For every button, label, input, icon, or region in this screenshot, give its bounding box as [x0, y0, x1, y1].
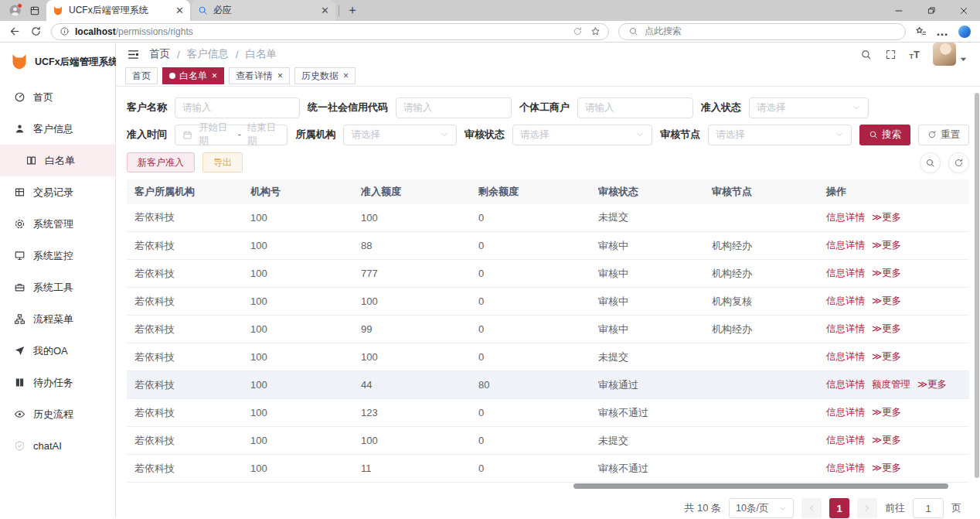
- fullscreen-icon[interactable]: [885, 49, 897, 60]
- address-bar[interactable]: localhost/permissions/rights: [51, 23, 609, 40]
- restore-button[interactable]: [915, 0, 948, 21]
- action-link[interactable]: 信息详情: [826, 268, 865, 278]
- action-link[interactable]: 额度管理: [872, 379, 910, 390]
- action-link[interactable]: 信息详情: [826, 435, 865, 446]
- goto-page-input[interactable]: [913, 498, 944, 518]
- reset-button[interactable]: 重置: [918, 125, 969, 145]
- sidebar-item-system-admin[interactable]: 系统管理: [0, 208, 115, 240]
- action-link[interactable]: ≫更多: [872, 435, 901, 446]
- action-link[interactable]: ≫更多: [872, 240, 901, 251]
- action-link[interactable]: ≫更多: [872, 212, 901, 223]
- action-link[interactable]: 信息详情: [826, 240, 865, 251]
- action-link[interactable]: ≫更多: [872, 463, 901, 473]
- app-logo[interactable]: UCFx后端管理系统: [0, 43, 115, 81]
- close-icon[interactable]: ×: [212, 70, 217, 81]
- close-button[interactable]: [948, 0, 980, 21]
- copilot-icon[interactable]: [958, 26, 971, 38]
- new-customer-button[interactable]: 新客户准入: [127, 152, 195, 172]
- sidebar-item-transactions[interactable]: 交易记录: [0, 176, 115, 208]
- action-link[interactable]: ≫更多: [872, 323, 901, 334]
- close-icon[interactable]: ×: [343, 70, 349, 81]
- sidebar-item-todo-tasks[interactable]: 待办任务: [0, 367, 115, 398]
- operation-cell: 信息详情≫更多: [818, 399, 969, 427]
- sidebar-item-label: chatAI: [33, 440, 62, 452]
- action-link[interactable]: ≫更多: [917, 379, 947, 390]
- audit-status-select[interactable]: 请选择: [512, 125, 652, 145]
- browser-tab-bing[interactable]: 必应 ✕: [192, 0, 335, 21]
- new-tab-button[interactable]: ＋: [342, 2, 362, 20]
- action-link[interactable]: ≫更多: [872, 268, 901, 278]
- customer-name-input[interactable]: [175, 97, 300, 118]
- reload-icon[interactable]: [30, 26, 42, 37]
- tracking-icon[interactable]: [573, 26, 583, 36]
- action-link[interactable]: ≫更多: [872, 295, 901, 306]
- search-button[interactable]: 搜索: [859, 125, 910, 145]
- favorites-icon[interactable]: [915, 26, 927, 37]
- header-search-icon[interactable]: [860, 49, 872, 60]
- operation-cell: 信息详情≫更多: [818, 343, 969, 371]
- user-avatar[interactable]: [933, 43, 956, 66]
- close-icon[interactable]: ×: [277, 70, 283, 81]
- current-page[interactable]: 1: [829, 498, 849, 518]
- workspaces-button[interactable]: [25, 2, 45, 19]
- minimize-button[interactable]: [883, 0, 915, 21]
- action-link[interactable]: 信息详情: [826, 323, 865, 334]
- credit-code-input[interactable]: [396, 97, 512, 118]
- tab-历史数据[interactable]: 历史数据×: [294, 67, 356, 84]
- back-icon[interactable]: [9, 26, 21, 37]
- sidebar-item-my-oa[interactable]: 我的OA: [0, 335, 115, 367]
- notification-dot: [17, 3, 22, 9]
- refresh-table-button[interactable]: [948, 152, 969, 173]
- org-select[interactable]: 请选择: [343, 125, 456, 145]
- tab-close-icon[interactable]: ✕: [175, 5, 184, 16]
- tab-首页[interactable]: 首页: [125, 67, 158, 84]
- sidebar-item-chatai[interactable]: chatAI: [0, 430, 115, 462]
- tab-查看详情[interactable]: 查看详情×: [229, 67, 290, 84]
- font-size-icon[interactable]: TT: [910, 49, 920, 60]
- action-link[interactable]: 信息详情: [826, 351, 865, 362]
- browser-tab-title: 必应: [213, 4, 315, 17]
- grid-icon: [14, 186, 26, 198]
- table-cell: 0: [471, 343, 590, 371]
- action-link[interactable]: 信息详情: [826, 295, 865, 306]
- tab-close-icon[interactable]: ✕: [321, 5, 329, 16]
- action-link[interactable]: 信息详情: [826, 407, 865, 418]
- table-header-cell: 审核节点: [704, 179, 818, 204]
- sidebar-item-system-tools[interactable]: 系统工具: [0, 271, 115, 303]
- sidebar-item-system-monitor[interactable]: 系统监控: [0, 240, 115, 271]
- active-tag-dot: [169, 73, 175, 79]
- action-link[interactable]: 信息详情: [826, 212, 865, 223]
- sidebar-item-home[interactable]: 首页: [0, 81, 115, 113]
- sidebar-item-whitelist[interactable]: 白名单: [0, 145, 115, 176]
- audit-node-select[interactable]: 请选择: [708, 125, 852, 145]
- prev-page-button[interactable]: [801, 498, 822, 518]
- page-size-select[interactable]: 10条/页: [729, 498, 794, 518]
- site-info-icon[interactable]: [60, 26, 70, 36]
- bookmark-star-icon[interactable]: [590, 26, 601, 36]
- show-search-toggle-button[interactable]: [920, 152, 941, 173]
- access-status-select[interactable]: 请选择: [749, 97, 869, 118]
- action-link[interactable]: 信息详情: [826, 463, 865, 473]
- sidebar-item-customer-info[interactable]: 客户信息: [0, 113, 115, 145]
- action-link[interactable]: ≫更多: [872, 407, 901, 418]
- sidebar-item-history-process[interactable]: 历史流程: [0, 398, 115, 430]
- action-link[interactable]: ≫更多: [872, 351, 901, 362]
- calendar-icon: [182, 130, 192, 140]
- sidebar-item-process-menu[interactable]: 流程菜单: [0, 303, 115, 335]
- user-menu[interactable]: [933, 43, 969, 66]
- browser-profile-button[interactable]: [5, 2, 25, 19]
- access-time-range-picker[interactable]: 开始日期 - 结束日期: [175, 125, 288, 145]
- browser-tab-active[interactable]: UCFx后端管理系统 ✕: [46, 0, 190, 21]
- action-link[interactable]: 信息详情: [826, 379, 865, 390]
- vertical-scrollbar-thumb[interactable]: [975, 93, 979, 478]
- breadcrumb-item[interactable]: 首页: [149, 47, 170, 61]
- next-page-button[interactable]: [857, 498, 877, 518]
- horizontal-scrollbar-thumb[interactable]: [573, 483, 948, 489]
- tab-白名单[interactable]: 白名单×: [162, 67, 224, 84]
- individual-business-input[interactable]: [577, 97, 693, 118]
- search-button-label: 搜索: [882, 128, 901, 142]
- sidebar-toggle-icon[interactable]: [127, 48, 140, 61]
- more-icon[interactable]: …: [936, 25, 949, 39]
- export-button[interactable]: 导出: [202, 152, 243, 172]
- quick-search-box[interactable]: 点此搜索: [618, 23, 906, 40]
